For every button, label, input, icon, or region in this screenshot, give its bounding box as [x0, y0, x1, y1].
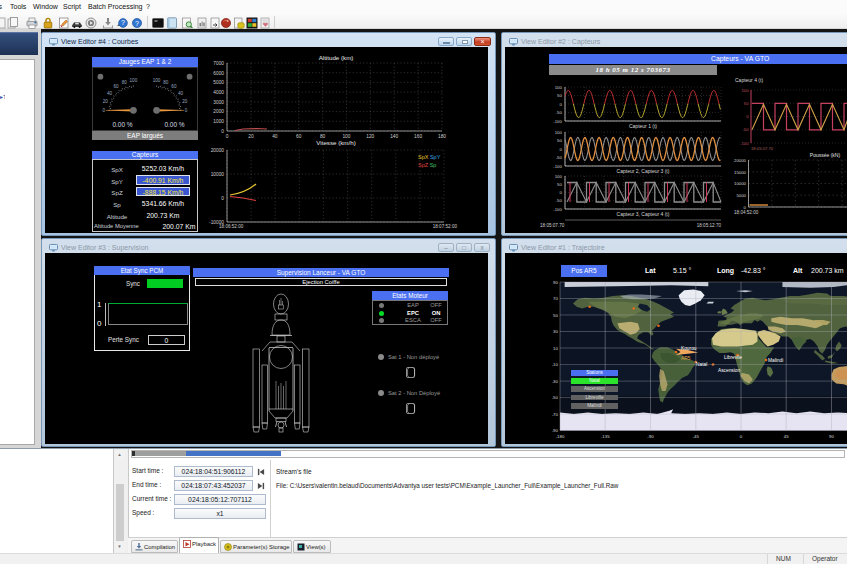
svg-text:20: 20: [182, 98, 188, 103]
svg-text:?: ?: [121, 19, 125, 26]
svg-text:40: 40: [272, 134, 278, 139]
svg-text:4000: 4000: [213, 90, 224, 95]
svg-text:20000: 20000: [734, 158, 747, 163]
svg-text:Poussée (kN): Poussée (kN): [810, 152, 841, 158]
svg-text:-100: -100: [553, 119, 562, 124]
svg-text:10000: 10000: [211, 172, 225, 177]
svg-text:18:06:52:00: 18:06:52:00: [219, 224, 244, 229]
svg-text:60: 60: [114, 84, 120, 89]
svg-text:-50: -50: [742, 127, 749, 132]
svg-text:2000: 2000: [213, 109, 224, 114]
svg-text:-90: -90: [647, 434, 654, 439]
svg-text:0: 0: [226, 134, 229, 139]
svg-text:0: 0: [560, 190, 563, 195]
svg-text:120: 120: [366, 134, 374, 139]
svg-text:0: 0: [744, 205, 747, 210]
svg-text:-135: -135: [601, 434, 610, 439]
svg-text:0: 0: [560, 102, 563, 107]
svg-text:18:07:52:00: 18:07:52:00: [433, 224, 458, 229]
svg-text:160: 160: [414, 134, 422, 139]
svg-text:-50: -50: [556, 198, 563, 203]
svg-text:180: 180: [438, 134, 446, 139]
svg-text:60: 60: [171, 84, 177, 89]
svg-text:10: 10: [553, 346, 558, 351]
svg-text:1000: 1000: [213, 119, 224, 124]
svg-text:90: 90: [829, 434, 834, 439]
svg-text:0: 0: [560, 147, 563, 152]
svg-text:-10: -10: [552, 362, 559, 367]
svg-text:0: 0: [740, 434, 743, 439]
svg-text:0: 0: [185, 107, 188, 112]
svg-text:50: 50: [553, 313, 558, 318]
svg-text:20: 20: [103, 98, 109, 103]
svg-text:90: 90: [553, 280, 558, 285]
svg-text:30: 30: [553, 329, 558, 334]
svg-text:3000: 3000: [213, 100, 224, 105]
svg-text:6000: 6000: [213, 71, 224, 76]
svg-text:Altitude (km): Altitude (km): [319, 54, 354, 61]
svg-text:Capteur 1 (t): Capteur 1 (t): [629, 123, 657, 129]
svg-text:-90: -90: [552, 428, 559, 433]
svg-text:50: 50: [557, 182, 562, 187]
svg-text:0: 0: [103, 107, 106, 112]
svg-text:100: 100: [130, 78, 138, 83]
svg-text:-100: -100: [553, 207, 562, 212]
svg-text:60: 60: [296, 134, 302, 139]
svg-text:50: 50: [744, 101, 749, 106]
svg-text:-45: -45: [693, 434, 700, 439]
svg-text:18:05:07.70: 18:05:07.70: [751, 146, 774, 151]
svg-text:70: 70: [553, 296, 558, 301]
svg-text:5000: 5000: [736, 193, 746, 198]
svg-text:100: 100: [153, 78, 161, 83]
svg-text:45: 45: [784, 434, 789, 439]
svg-text:100: 100: [555, 85, 563, 90]
svg-text:15000: 15000: [734, 170, 747, 175]
svg-text:0: 0: [221, 129, 224, 134]
svg-text:-100: -100: [740, 141, 749, 146]
svg-text:140: 140: [390, 134, 398, 139]
svg-text:0: 0: [221, 196, 224, 201]
svg-text:100: 100: [555, 130, 563, 135]
svg-text:7000: 7000: [213, 61, 224, 66]
svg-text:5000: 5000: [213, 80, 224, 85]
svg-text:-50: -50: [556, 110, 563, 115]
svg-text:40: 40: [107, 90, 113, 95]
svg-text:18:05:12:70: 18:05:12:70: [697, 223, 722, 228]
svg-text:80: 80: [163, 79, 169, 84]
svg-text:100: 100: [742, 88, 750, 93]
svg-text:SpX SpY: SpX SpY: [418, 154, 441, 160]
svg-text:18:05:07.70: 18:05:07.70: [540, 223, 565, 228]
svg-text:50: 50: [557, 93, 562, 98]
svg-text:Capteur 3, Capteur 4 (t): Capteur 3, Capteur 4 (t): [617, 211, 670, 217]
svg-text:10000: 10000: [734, 181, 747, 186]
svg-text:SpZ Sp: SpZ Sp: [418, 162, 436, 168]
svg-text:Vitesse (km/h): Vitesse (km/h): [316, 139, 355, 146]
svg-text:80: 80: [122, 79, 128, 84]
svg-text:18:04:52:00: 18:04:52:00: [734, 210, 759, 215]
svg-text:-180: -180: [556, 434, 565, 439]
svg-text:Capteur 4 (t): Capteur 4 (t): [735, 77, 763, 83]
svg-text:-50: -50: [556, 155, 563, 160]
svg-text:40: 40: [178, 90, 184, 95]
svg-text:-100: -100: [553, 164, 562, 169]
svg-text:20000: 20000: [211, 148, 225, 153]
svg-text:Capteur 2, Capteur 3 (t): Capteur 2, Capteur 3 (t): [617, 168, 670, 174]
svg-text:?: ?: [135, 20, 139, 27]
svg-text:-30: -30: [552, 379, 559, 384]
svg-text:50: 50: [557, 138, 562, 143]
svg-text:100: 100: [555, 174, 563, 179]
svg-text:20: 20: [248, 134, 254, 139]
svg-text:0: 0: [746, 114, 749, 119]
svg-text:-70: -70: [552, 412, 559, 417]
svg-text:-50: -50: [552, 395, 559, 400]
